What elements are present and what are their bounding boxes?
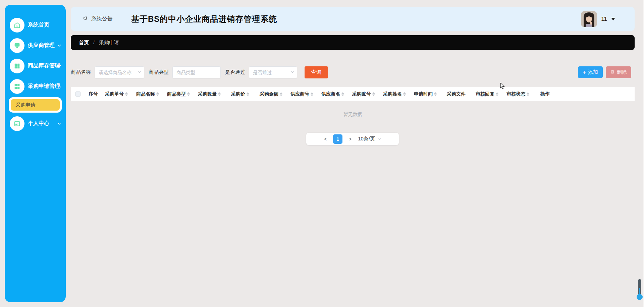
column-header-sortable[interactable]: 供应商名: [317, 91, 348, 97]
sidebar-item-label: 采购申请管理: [28, 83, 60, 90]
page-size-label: 10条/页: [358, 136, 375, 142]
select-all-checkbox[interactable]: [75, 91, 80, 97]
prev-page-button[interactable]: <: [323, 136, 327, 142]
sort-caret-icon[interactable]: [434, 92, 437, 96]
sort-caret-icon[interactable]: [156, 92, 159, 96]
filter-bar: 商品名称 商品类型 是否通过 查询 + 添加: [71, 66, 635, 78]
delete-button-label: 删除: [617, 69, 627, 75]
table-header-row: 序号 采购单号 商品名称 商品类型 采购数量 采购价 采购金额 供应商号: [71, 87, 635, 101]
column-header-sortable[interactable]: 商品类型: [163, 91, 194, 97]
sidebar-subitem-purchase-request[interactable]: 采购申请: [11, 99, 60, 111]
scroll-thermometer-widget[interactable]: [636, 279, 643, 301]
column-header: 序号: [86, 91, 101, 97]
sort-caret-icon[interactable]: [280, 92, 282, 96]
sidebar-item-label: 供应商管理: [28, 42, 55, 49]
column-header-sortable[interactable]: 采购数量: [194, 91, 225, 97]
column-header-sortable[interactable]: 采购账号: [348, 91, 379, 97]
sidebar-item-label: 系统首页: [28, 21, 49, 28]
column-header-sortable[interactable]: 采购单号: [101, 91, 132, 97]
add-button[interactable]: + 添加: [578, 66, 603, 78]
system-notice-link[interactable]: 系统公告: [83, 7, 113, 31]
plus-icon: +: [583, 69, 586, 75]
filter-pass-label: 是否通过: [225, 69, 245, 75]
column-header-sortable[interactable]: 审核状态: [502, 91, 533, 97]
action-buttons: + 添加 删除: [578, 66, 631, 78]
sort-caret-icon[interactable]: [218, 92, 221, 96]
product-name-select[interactable]: [95, 66, 144, 78]
megaphone-icon: [83, 15, 89, 22]
sort-caret-icon[interactable]: [247, 92, 249, 96]
avatar[interactable]: [581, 11, 597, 27]
chevron-down-icon: [57, 121, 62, 126]
trash-icon: [610, 69, 615, 75]
filter-name-label: 商品名称: [71, 69, 91, 75]
sidebar-item-label: 个人中心: [28, 120, 49, 127]
chevron-down-icon: [378, 137, 382, 141]
chevron-up-icon: [57, 84, 62, 89]
sort-caret-icon[interactable]: [527, 92, 529, 96]
sidebar-item-inventory[interactable]: 商品库存管理: [5, 56, 66, 76]
chevron-down-icon: [57, 64, 62, 68]
empty-state-text: 暂无数据: [71, 112, 635, 118]
grid-icon: [10, 79, 24, 94]
home-icon: [10, 18, 24, 33]
user-area: 11: [581, 7, 615, 31]
filter-pass-select: [249, 66, 297, 78]
filter-name-select: [95, 66, 144, 78]
page-size-select[interactable]: 10条/页: [358, 136, 382, 142]
header: 系统公告 基于BS的中小企业商品进销存管理系统 11: [71, 7, 635, 31]
page-number-button[interactable]: 1: [333, 134, 342, 144]
breadcrumb-current: 采购申请: [99, 40, 119, 46]
page-title: 基于BS的中小企业商品进销存管理系统: [131, 7, 277, 31]
pagination: < 1 > 10条/页: [306, 133, 399, 145]
sidebar-item-profile[interactable]: 个人中心: [5, 113, 66, 134]
user-badge: 11: [601, 16, 607, 22]
chevron-down-icon: [57, 43, 62, 48]
product-type-input[interactable]: [172, 66, 221, 78]
sort-caret-icon[interactable]: [311, 92, 313, 96]
column-header-sortable[interactable]: 采购金额: [256, 91, 286, 97]
add-button-label: 添加: [588, 69, 598, 75]
sort-caret-icon[interactable]: [125, 92, 128, 96]
search-button[interactable]: 查询: [305, 66, 328, 78]
breadcrumb-separator: /: [93, 40, 95, 45]
column-header-sortable[interactable]: 审核回复: [472, 91, 502, 97]
scrollbar-track[interactable]: [643, 0, 644, 307]
column-header-sortable[interactable]: 采购价: [225, 91, 256, 97]
column-header-sortable[interactable]: 申请时间: [410, 91, 441, 97]
sort-caret-icon[interactable]: [187, 92, 190, 96]
column-header-sortable[interactable]: 采购姓名: [379, 91, 410, 97]
grid-icon: [10, 59, 24, 73]
system-notice-label: 系统公告: [91, 15, 113, 22]
delete-button[interactable]: 删除: [606, 66, 631, 78]
sort-caret-icon[interactable]: [341, 92, 344, 96]
column-header: 采购文件: [441, 91, 472, 97]
breadcrumb: 首页 / 采购申请: [71, 35, 635, 50]
filter-type-label: 商品类型: [149, 69, 169, 75]
sort-caret-icon[interactable]: [403, 92, 406, 96]
sidebar-item-home[interactable]: 系统首页: [5, 15, 66, 35]
pass-status-select[interactable]: [249, 66, 297, 78]
next-page-button[interactable]: >: [348, 136, 352, 142]
sort-caret-icon[interactable]: [496, 92, 498, 96]
column-header-sortable[interactable]: 商品名称: [132, 91, 163, 97]
user-menu-caret-icon[interactable]: [611, 18, 615, 20]
submenu-label: 采购申请: [15, 102, 36, 108]
card-icon: [10, 116, 24, 131]
breadcrumb-home[interactable]: 首页: [79, 40, 89, 46]
submenu-container: 采购申请: [9, 97, 62, 113]
sidebar-item-label: 商品库存管理: [28, 62, 60, 69]
sidebar-item-purchase-mgmt[interactable]: 采购申请管理: [5, 76, 66, 97]
sort-caret-icon[interactable]: [372, 92, 375, 96]
column-header-sortable[interactable]: 供应商号: [286, 91, 317, 97]
supplier-icon: [10, 38, 24, 53]
filter-type-field: [172, 66, 221, 78]
sidebar-item-suppliers[interactable]: 供应商管理: [5, 35, 66, 56]
sidebar: 系统首页 供应商管理 商品库存管理: [5, 5, 66, 302]
column-header: 操作: [533, 91, 557, 97]
page: 系统首页 供应商管理 商品库存管理: [0, 0, 644, 307]
